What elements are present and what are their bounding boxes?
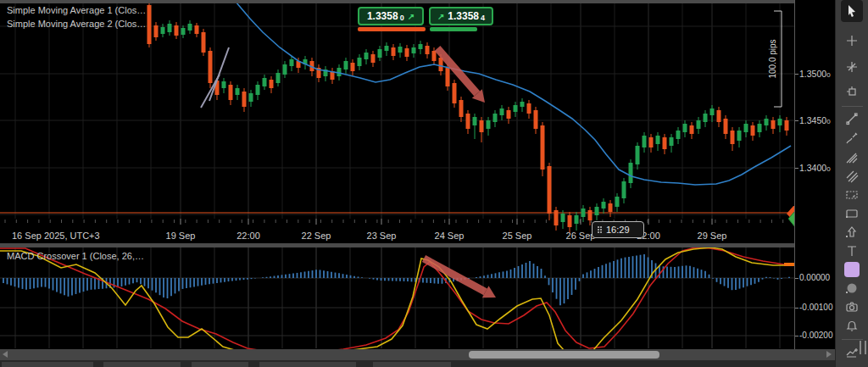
candle [459,100,464,117]
candle [493,114,498,122]
time-axis-label: 24 Sep [435,231,465,241]
macd-axis-label: 0.00000 [799,273,830,282]
rect-tool-icon[interactable] [841,81,863,103]
candle [371,54,376,63]
macd-label[interactable]: MACD Crossover 1 (Close, 26,… [7,251,144,261]
candle [249,93,253,102]
candle [771,120,776,129]
sma2-label[interactable]: Simple Moving Average 2 (Clos… [7,19,146,29]
candle [195,25,199,34]
ask-price-sub: 4 [481,14,485,22]
candle [385,46,389,51]
cursor-icon[interactable] [841,0,863,22]
candle [744,124,748,132]
ask-price: 1.3358 [448,10,479,22]
time-axis-label: 25 Sep [503,231,532,241]
buy-button[interactable]: ↗ 1.33584 [429,7,493,25]
drag-grip-icon [598,226,602,233]
annotation-arrow[interactable] [437,48,477,93]
candle [609,203,613,212]
alerts-icon[interactable] [841,314,863,336]
candle [487,120,491,129]
candle [412,47,416,53]
candle [426,46,430,54]
candle [656,136,660,144]
magnet-crosshair-icon[interactable] [841,56,863,78]
candle [283,64,287,75]
candle [392,47,396,56]
macd-axis-label: -0.00200 [799,331,832,340]
candle [731,131,735,144]
top-edge-bar [0,0,835,3]
candle [670,137,674,146]
chart-scrollbar[interactable] [0,349,835,360]
candle [453,83,457,103]
candle [419,44,423,49]
candle [751,125,755,136]
sell-button[interactable]: 1.33580 ↗ [358,7,424,25]
sma-line[interactable] [236,2,791,185]
candle [785,120,789,131]
candle [358,58,362,66]
macd-line[interactable] [0,247,793,353]
crosshair-icon[interactable] [841,30,863,52]
drawing-toolbar [835,0,868,367]
candle [290,59,294,66]
candle [500,108,504,115]
candle [534,110,538,129]
candle [690,125,694,134]
candle [270,80,274,88]
bottom-tab-stub[interactable] [103,362,181,367]
candle [229,85,233,100]
time-tooltip[interactable]: 16:29 [592,221,644,238]
candle [704,114,708,122]
candle [649,137,654,147]
candle [507,110,511,119]
candle [527,103,531,114]
time-axis-label: 23 Sep [367,231,397,241]
candle [202,32,206,53]
sma1-label[interactable]: Simple Moving Average 1 (Clos… [7,5,146,15]
candle [737,131,742,141]
candle [209,51,213,83]
chart-canvas[interactable]: 1.33500TARGET [0,0,868,367]
candle [364,53,369,59]
candle [710,108,715,115]
candle [405,48,409,57]
quote-panel: 1.33580 ↗ ↗ 1.33584 [358,7,493,32]
tooltip-time: 16:29 [606,225,630,235]
time-axis[interactable]: 16 Sep 2025, UTC+319 Sep22:0022 Sep23 Se… [0,219,794,247]
candle [242,92,247,107]
time-axis-label: 22:00 [236,231,260,241]
bottom-tab-stub[interactable] [259,362,356,367]
candle [446,68,450,86]
candle [514,105,518,112]
candle [758,124,762,132]
trading-chart-window: 1.33500TARGET Simple Moving Average 1 (C… [0,0,868,367]
scroll-left-icon[interactable] [3,351,8,358]
candle [161,27,165,34]
toolbar-resize-grip[interactable] [860,341,866,354]
scrollbar-thumb[interactable] [469,351,659,359]
price-axis[interactable]: 1.350001.345001.340000.00000-0.00100-0.0… [794,0,835,349]
candle [541,125,545,170]
macd-signal-line[interactable] [0,247,793,353]
candle [629,163,633,183]
bottom-tab-stub[interactable] [373,362,451,367]
candle [188,24,192,31]
candle [697,120,701,129]
candle [432,51,437,61]
bottom-tab-strip [0,360,835,367]
candle [724,119,728,134]
bottom-tab-stub[interactable] [2,362,93,367]
bottom-tab-stub[interactable] [192,362,248,367]
measure-pips-label: 100.0 pips [768,26,777,92]
ask-trend-arrow-icon: ↗ [437,12,444,21]
scroll-right-icon[interactable] [826,351,832,358]
candle [351,63,355,71]
candle [256,85,260,95]
candle [236,88,240,95]
time-axis-origin: 16 Sep 2025, UTC+3 [12,231,100,241]
candle [344,61,348,70]
candle [548,166,552,214]
